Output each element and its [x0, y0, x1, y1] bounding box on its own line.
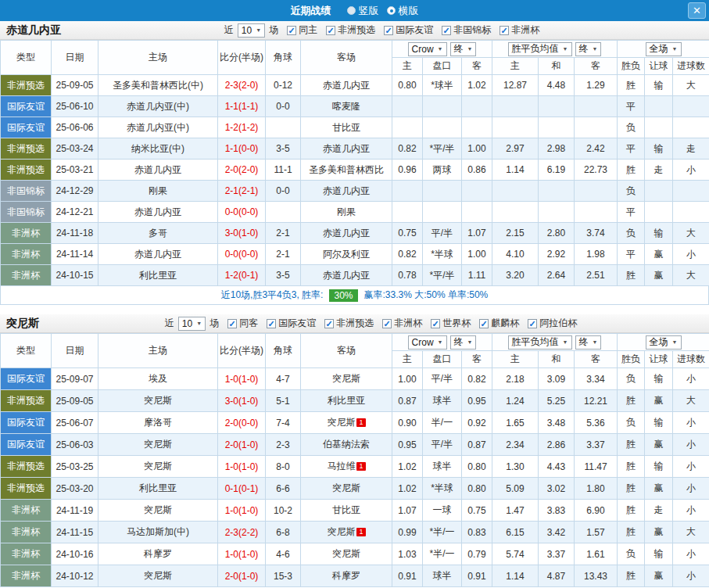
odds-home: 0.91: [392, 565, 423, 587]
match-date: 25-06-10: [52, 96, 98, 117]
filter-label: 非洲杯: [394, 317, 422, 330]
avg-group-header: 胜平负均值▼终▼: [492, 334, 618, 351]
scope-select[interactable]: 全场▼: [646, 42, 682, 56]
match-date: 25-06-03: [52, 434, 98, 456]
filter-checkbox-0[interactable]: ✓同客: [227, 317, 258, 330]
odds-home: 1.02: [392, 478, 423, 500]
fulltime-score: 2-1: [225, 185, 238, 196]
corners: 5-1: [266, 390, 301, 412]
radio-selected-icon: [387, 6, 396, 15]
avg-type-select[interactable]: 胜平负均值▼: [508, 335, 572, 350]
filter-checkbox-3[interactable]: ✓非国锦标: [442, 23, 491, 37]
match-score: 2-0(2-0): [218, 160, 266, 181]
avg-type-select[interactable]: 胜平负均值▼: [508, 42, 572, 56]
filter-checkbox-4[interactable]: ✓非洲杯: [500, 23, 539, 37]
fulltime-score: 1-2: [225, 270, 238, 281]
home-team: 利比里亚: [98, 478, 218, 500]
odds-source-select[interactable]: Crow▼: [408, 335, 447, 350]
result-goals: 小: [673, 500, 709, 522]
away-team: 甘比亚: [301, 500, 392, 522]
filter-checkbox-3[interactable]: ✓非洲杯: [382, 317, 422, 330]
match-score: 3-0(1-0): [218, 223, 266, 244]
filter-checkbox-1[interactable]: ✓国际友谊: [267, 317, 316, 330]
result-wdl: 负: [618, 181, 645, 202]
odds-state-select[interactable]: 终▼: [450, 42, 477, 56]
match-count-select[interactable]: 10▼: [178, 317, 206, 331]
corners: 10-2: [266, 500, 301, 522]
chevron-down-icon: ▼: [467, 46, 473, 52]
odds-away: [462, 202, 492, 223]
filter-checkbox-1[interactable]: ✓非洲预选: [326, 23, 375, 37]
avg-state-select[interactable]: 终▼: [575, 335, 602, 350]
result-handicap: [645, 117, 673, 138]
fulltime-score: 2-3: [225, 527, 238, 538]
filter-checkbox-4[interactable]: ✓世界杯: [431, 317, 471, 330]
chevron-down-icon: ▼: [196, 321, 202, 326]
odds-state-select[interactable]: 终▼: [450, 335, 477, 350]
match-type: 国际友谊: [1, 117, 52, 138]
away-team: 刚果: [301, 202, 392, 223]
result-goals: [673, 117, 709, 138]
filter-label: 阿拉伯杯: [539, 317, 577, 330]
away-team: 突尼斯: [301, 543, 392, 565]
avg-draw: 3.02: [539, 478, 575, 500]
result-handicap: 走: [645, 500, 673, 522]
result-wdl: 胜: [618, 500, 645, 522]
result-handicap: [645, 202, 673, 223]
match-type: 非洲杯: [1, 223, 52, 244]
match-type: 非洲杯: [1, 265, 52, 286]
home-team: 摩洛哥: [98, 412, 218, 434]
avg-away: 22.73: [575, 160, 618, 181]
layout-radio-horizontal[interactable]: 横版: [387, 4, 419, 18]
section-gap: [0, 305, 709, 314]
avg-state-select[interactable]: 终▼: [575, 42, 602, 56]
match-row: 国际友谊25-06-03突尼斯2-0(1-0)2-3伯基纳法索0.95平/半0.…: [1, 434, 709, 456]
result-handicap: 输: [645, 543, 673, 565]
away-team-name: 阿尔及利亚: [323, 249, 370, 260]
match-type: 国际友谊: [1, 368, 52, 390]
handicap: 一球: [423, 500, 462, 522]
odds-home: 1.03: [392, 543, 423, 565]
match-row: 非洲杯24-10-16科摩罗1-0(1-0)4-6突尼斯1.03*半/一0.79…: [1, 543, 709, 565]
scope-select[interactable]: 全场▼: [646, 335, 682, 350]
away-team: 突尼斯: [301, 478, 392, 500]
result-handicap: 输: [645, 223, 673, 244]
col-header-result: 胜负: [618, 58, 645, 75]
avg-draw: 4.43: [539, 456, 575, 478]
titlebar: 近期战绩 竖版横版 ✕: [0, 0, 709, 21]
handicap: 球半: [423, 456, 462, 478]
filter-checkbox-6[interactable]: ✓阿拉伯杯: [528, 317, 577, 330]
filter-checkbox-5[interactable]: ✓麒麟杯: [479, 317, 519, 330]
filter-checkbox-0[interactable]: ✓同主: [287, 23, 317, 37]
filter-checkbox-2[interactable]: ✓非洲预选: [324, 317, 374, 330]
match-type: 非国锦标: [1, 202, 52, 223]
close-button[interactable]: ✕: [688, 2, 706, 19]
match-score: 0-0(0-0): [218, 202, 266, 223]
odds-home: 0.90: [392, 412, 423, 434]
odds-source-select[interactable]: Crow▼: [408, 42, 447, 56]
match-count-select[interactable]: 10▼: [238, 23, 265, 38]
handicap: [423, 202, 462, 223]
result-goals: 小: [673, 368, 709, 390]
halftime-score: (2-0): [238, 80, 258, 91]
corners: 7-4: [266, 412, 301, 434]
avg-draw: 2.98: [539, 138, 575, 160]
match-type: 非洲预选: [1, 138, 52, 160]
avg-away: 5.36: [575, 412, 618, 434]
result-wdl: 负: [618, 412, 645, 434]
result-wdl: 胜: [618, 160, 645, 181]
home-team: 刚果: [98, 181, 218, 202]
col-header-let: 让球: [645, 351, 673, 368]
away-team: 赤道几内亚: [301, 138, 392, 160]
filter-checkbox-2[interactable]: ✓国际友谊: [384, 23, 433, 37]
result-handicap: 赢: [645, 434, 673, 456]
radio-unselected-icon: [347, 6, 356, 15]
away-team: 喀麦隆: [301, 96, 392, 117]
team-name: 赤道几内亚: [6, 23, 61, 38]
avg-state-select-value: 终: [579, 335, 589, 349]
fulltime-score: 1-0: [225, 505, 238, 516]
filter-label: 同客: [239, 317, 258, 330]
col-header-odds-home: 主: [392, 351, 423, 368]
home-team: 赤道几内亚: [98, 160, 218, 181]
layout-radio-vertical[interactable]: 竖版: [347, 4, 379, 18]
